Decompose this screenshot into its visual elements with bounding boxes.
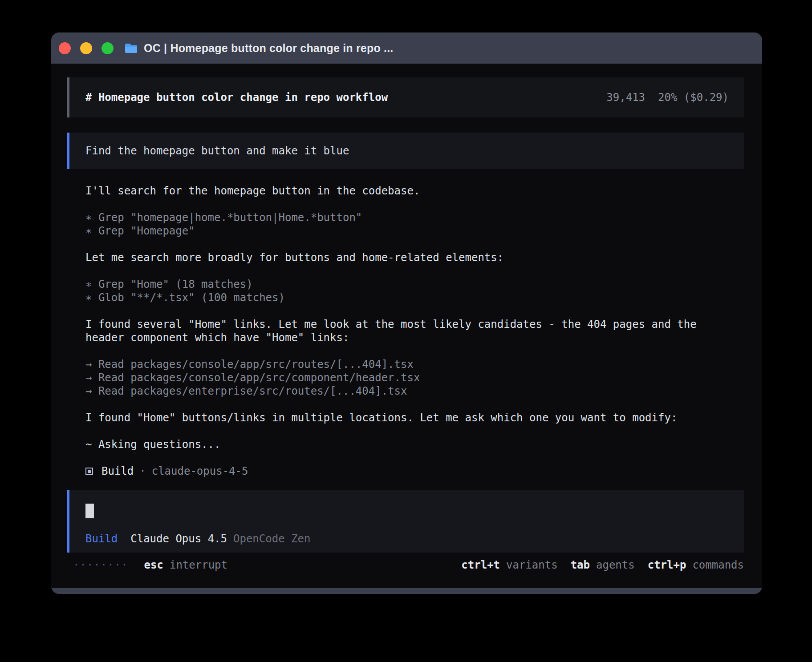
session-header: # Homepage button color change in repo w… (67, 77, 744, 117)
close-button[interactable] (59, 42, 71, 54)
traffic-lights (59, 42, 114, 54)
hint-variants: ctrl+tvariants (461, 558, 557, 572)
working-status: ~ Asking questions... (85, 438, 744, 451)
tool-call-read: → Read packages/console/app/src/componen… (85, 371, 744, 384)
app-window: OC | Homepage button color change in rep… (51, 32, 762, 594)
context-usage: 20% ($0.29) (658, 91, 729, 104)
hint-commands: ctrl+pcommands (648, 558, 744, 572)
tool-call-group: → Read packages/console/app/src/routes/[… (85, 358, 744, 398)
minimize-button[interactable] (80, 42, 92, 54)
terminal-main: # Homepage button color change in repo w… (51, 64, 762, 594)
window-bottom-frame (51, 588, 762, 594)
statusbar-hints: ctrl+tvariants tabagents ctrl+pcommands (448, 558, 744, 572)
token-count: 39,413 (606, 91, 645, 104)
agent-mode-icon (85, 468, 93, 475)
assistant-text: Let me search more broadly for buttons a… (85, 251, 744, 264)
tool-call-group: ∗ Grep "homepage|home.*button|Home.*butt… (85, 211, 744, 238)
statusbar-left: ········ esc interrupt (73, 558, 227, 572)
zoom-button[interactable] (102, 42, 114, 54)
interrupt-key: esc (144, 558, 163, 572)
input-statusline: BuildClaude Opus 4.5OpenCode Zen (85, 532, 729, 545)
assistant-text: I'll search for the homepage button in t… (85, 184, 744, 198)
session-title: # Homepage button color change in repo w… (85, 91, 388, 104)
tool-call-grep: ∗ Grep "homepage|home.*button|Home.*butt… (85, 211, 744, 224)
interrupt-label: interrupt (170, 558, 227, 572)
agent-separator: · (139, 464, 146, 478)
window-title: OC | Homepage button color change in rep… (144, 42, 393, 55)
user-message-text: Find the homepage button and make it blu… (85, 144, 349, 157)
prompt-input[interactable]: BuildClaude Opus 4.5OpenCode Zen (67, 490, 744, 553)
agent-badge: Build · claude-opus-4-5 (85, 464, 744, 478)
hint-agents: tabagents (571, 558, 635, 572)
tool-call-grep: ∗ Grep "Home" (18 matches) (85, 278, 744, 291)
input-provider-label: OpenCode Zen (233, 533, 310, 545)
text-cursor (85, 504, 94, 518)
tool-call-grep: ∗ Grep "Homepage" (85, 224, 744, 238)
tool-call-glob: ∗ Glob "**/*.tsx" (100 matches) (85, 291, 744, 304)
folder-icon (124, 43, 138, 54)
agent-name: Build (102, 464, 134, 478)
tool-call-read: → Read packages/enterprise/src/routes/[.… (85, 384, 744, 398)
status-bar: ········ esc interrupt ctrl+tvariants ta… (51, 558, 762, 588)
assistant-text: I found "Home" buttons/links in multiple… (85, 411, 744, 424)
conversation-scroll-area[interactable]: # Homepage button color change in repo w… (51, 64, 762, 558)
spinner-dots-icon: ········ (73, 558, 128, 572)
agent-model: claude-opus-4-5 (152, 464, 248, 478)
session-stats: 39,41320% ($0.29) (606, 91, 729, 104)
window-titlebar[interactable]: OC | Homepage button color change in rep… (51, 32, 762, 64)
tool-call-read: → Read packages/console/app/src/routes/[… (85, 358, 744, 371)
input-model-label: Claude Opus 4.5 (130, 533, 227, 545)
user-message: Find the homepage button and make it blu… (67, 133, 744, 169)
tool-call-group: ∗ Grep "Home" (18 matches) ∗ Glob "**/*.… (85, 278, 744, 304)
input-mode-label: Build (85, 533, 118, 545)
assistant-text: I found several "Home" links. Let me loo… (85, 318, 744, 344)
